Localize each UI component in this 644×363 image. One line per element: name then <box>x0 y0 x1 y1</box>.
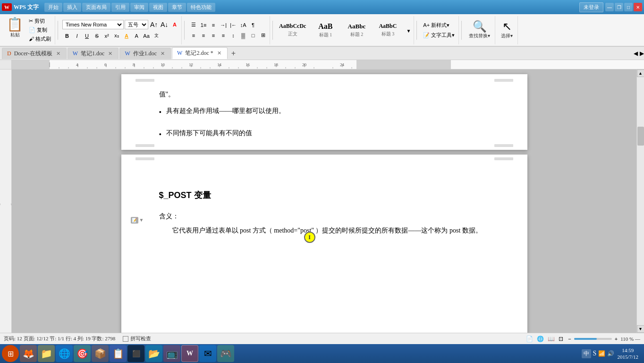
taskbar-app4[interactable]: 📦 <box>92 345 109 362</box>
style-heading2[interactable]: AaBbc 标题 2 <box>342 22 371 39</box>
close-button[interactable]: ✕ <box>634 3 642 11</box>
system-clock[interactable]: 14:59 2015/7/12 <box>617 347 638 361</box>
note2-tab-close[interactable]: ✕ <box>216 50 222 56</box>
restore-button[interactable]: ❐ <box>615 3 623 11</box>
format-paint-button[interactable]: 🖌 格式刷 <box>27 35 53 43</box>
line-spacing-button[interactable]: ↕ <box>229 31 238 40</box>
web-view-btn[interactable]: 🌐 <box>537 336 544 342</box>
sort-btn[interactable]: ↕A <box>238 20 248 30</box>
comment-dropdown-icon[interactable]: ▼ <box>139 216 144 225</box>
text-cursor-indicator[interactable]: I <box>304 232 315 243</box>
font-color-button[interactable]: A <box>170 20 179 29</box>
comment-marker[interactable]: 📝 ▼ <box>131 216 144 225</box>
scroll-thumb[interactable] <box>637 127 644 146</box>
zoom-in-button[interactable]: + <box>614 336 619 342</box>
strikethrough-button[interactable]: S <box>92 31 102 41</box>
underline-button[interactable]: U <box>82 31 92 41</box>
maximize-button[interactable]: □ <box>624 3 633 11</box>
taskbar-mail[interactable]: ✉ <box>199 345 216 362</box>
text-tools-button[interactable]: 📝 文字工具▾ <box>421 31 457 39</box>
subscript-button[interactable]: x₂ <box>112 31 121 41</box>
focus-view-btn[interactable]: ⊡ <box>559 336 563 342</box>
scroll-down-button[interactable]: ▼ <box>637 325 644 333</box>
list-item-2-text[interactable]: 不同情形下可能具有不同的值 <box>166 127 252 139</box>
taskbar-fileapp[interactable]: 📂 <box>145 345 162 362</box>
taskbar-wps[interactable]: W <box>181 345 198 362</box>
tab-start[interactable]: 开始 <box>44 3 62 12</box>
align-left-button[interactable]: ≡ <box>189 31 198 40</box>
italic-button[interactable]: I <box>72 31 82 41</box>
taskbar-terminal[interactable]: ⬛ <box>127 345 144 362</box>
tab-docer[interactable]: D Docer-在线模板 ✕ <box>2 48 67 59</box>
find-replace-button[interactable]: 🔍 查找替换▾ <box>466 20 493 40</box>
new-style-btn2[interactable]: A+ 新样式▾ <box>421 21 457 29</box>
tab-review[interactable]: 审阅 <box>130 3 148 12</box>
zoom-out-button[interactable]: − <box>567 336 572 342</box>
highlight-btn[interactable]: A <box>132 31 141 41</box>
tab-page-layout[interactable]: 页面布局 <box>82 3 110 12</box>
taskbar-firefox[interactable]: 🦊 <box>20 345 37 362</box>
list-item-1-text[interactable]: 具有超全局作用域——哪里都可以使用。 <box>166 105 285 117</box>
tab-view[interactable]: 视图 <box>149 3 167 12</box>
note1-tab-close[interactable]: ✕ <box>107 51 113 57</box>
table-insert-btn[interactable]: ⊞ <box>258 31 268 40</box>
taskbar-browser[interactable]: 🌐 <box>56 345 73 362</box>
cut-button[interactable]: ✂ 剪切 <box>27 17 53 25</box>
shading-button[interactable]: ▓ <box>238 31 248 40</box>
justify-button[interactable]: ≡ <box>219 31 228 40</box>
shrink-font-button[interactable]: A↓ <box>160 20 169 29</box>
scroll-track[interactable] <box>637 77 644 325</box>
numbering-button[interactable]: 1≡ <box>199 20 208 30</box>
taskbar-game[interactable]: 🎮 <box>217 345 234 362</box>
copy-button[interactable]: 📄 复制 <box>27 26 53 34</box>
grow-font-button[interactable]: A↑ <box>149 20 159 29</box>
document-content-area[interactable]: 值"。 • 具有超全局作用域——哪里都可以使用。 • 不同情形下可能具有不同的值 <box>12 69 636 333</box>
tab-scroll-left[interactable]: ◀ <box>634 50 638 57</box>
taskbar-app5[interactable]: 📋 <box>110 345 127 362</box>
style-heading3[interactable]: AaBbC 标题 3 <box>373 22 402 38</box>
document-page-2[interactable]: $_POST 变量 含义： 📝 ▼ 它代表用户通过表单以 post 方式（ me… <box>121 155 527 333</box>
page2-content[interactable]: $_POST 变量 含义： 📝 ▼ 它代表用户通过表单以 post 方式（ me… <box>159 188 490 236</box>
outline-btn[interactable]: ≡ <box>209 20 218 30</box>
tab-insert[interactable]: 插入 <box>63 3 81 12</box>
view-mode-btn[interactable]: 📄 <box>526 336 533 342</box>
spell-check-label[interactable]: 拼写检查 <box>130 335 151 342</box>
superscript-button[interactable]: x² <box>102 31 111 41</box>
scroll-up-button[interactable]: ▲ <box>637 69 644 77</box>
zoom-slider[interactable] <box>574 338 612 340</box>
font-size-select[interactable]: 五号 <box>125 20 148 29</box>
tab-homework1[interactable]: W 作业1.doc ✕ <box>119 48 171 59</box>
indent-decrease-button[interactable]: |← <box>229 20 238 30</box>
select-button[interactable]: ↖ 选择▾ <box>498 20 516 40</box>
font-face-select[interactable]: Times New Roma <box>62 20 124 29</box>
tab-scroll-right[interactable]: ▶ <box>640 50 644 57</box>
read-view-btn[interactable]: 📖 <box>548 336 555 342</box>
taskbar-app3[interactable]: 🎯 <box>74 345 91 362</box>
taskbar-file-manager[interactable]: 📁 <box>38 345 55 362</box>
show-marks-btn[interactable]: ¶ <box>248 20 258 30</box>
minimize-button[interactable]: — <box>605 3 614 11</box>
align-right-button[interactable]: ≡ <box>209 31 218 40</box>
body-text[interactable]: 它代表用户通过表单以 post 方式（ method="post" ）提交的时候… <box>159 225 490 236</box>
style-heading1[interactable]: AaB 标题 1 <box>311 21 340 39</box>
tab-note2[interactable]: W 笔记2.doc * ✕ <box>172 47 228 59</box>
wps-logo-icon[interactable]: W <box>2 3 12 11</box>
pinyin-btn[interactable]: 文 <box>152 31 161 41</box>
bullets-button[interactable]: ☰ <box>189 20 198 30</box>
tab-special[interactable]: 特色功能 <box>187 3 215 12</box>
taskbar-media[interactable]: 📺 <box>163 345 180 362</box>
style-normal[interactable]: AaBbCcDc 正文 <box>276 22 309 38</box>
tab-reference[interactable]: 引用 <box>111 3 129 12</box>
hw1-tab-close[interactable]: ✕ <box>160 51 166 57</box>
char-color-btn[interactable]: A <box>122 31 131 41</box>
document-page-1[interactable]: 值"。 • 具有超全局作用域——哪里都可以使用。 • 不同情形下可能具有不同的值 <box>121 74 527 150</box>
new-style-button[interactable]: ▼ <box>404 28 413 34</box>
tab-chapter[interactable]: 章节 <box>168 3 186 12</box>
docer-tab-close[interactable]: ✕ <box>55 51 61 57</box>
start-button[interactable]: ⊞ <box>2 345 19 362</box>
new-tab-button[interactable]: + <box>229 49 238 58</box>
clear-format-btn[interactable]: Aa <box>142 31 151 41</box>
border-button[interactable]: □ <box>248 31 258 40</box>
tab-note1[interactable]: W 笔记1.doc ✕ <box>68 48 119 59</box>
login-button[interactable]: 未登录 <box>579 2 603 12</box>
